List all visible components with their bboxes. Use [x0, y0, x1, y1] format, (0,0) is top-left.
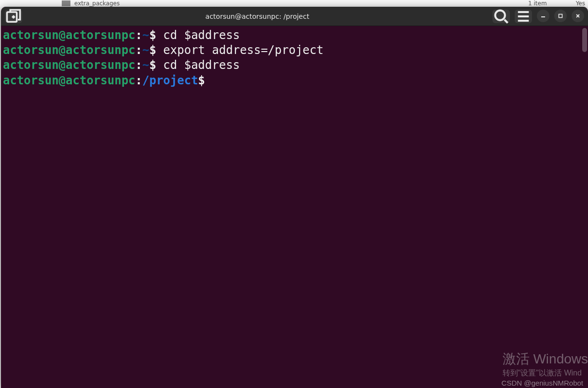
terminal-line: actorsun@actorsunpc:~$ cd $address: [3, 28, 586, 43]
svg-rect-2: [559, 14, 562, 17]
minimize-button[interactable]: [537, 10, 549, 22]
prompt-dollar: $: [149, 28, 163, 42]
background-file-name: extra_packages: [74, 0, 120, 7]
terminal-window: actorsun@actorsunpc: /project: [1, 7, 588, 388]
prompt-dollar: $: [149, 43, 163, 57]
prompt-dollar: $: [149, 58, 163, 72]
prompt-path: ~: [142, 28, 149, 42]
titlebar: actorsun@actorsunpc: /project: [1, 7, 588, 26]
terminal-line: actorsun@actorsunpc:~$ export address=/p…: [3, 43, 586, 58]
menu-button[interactable]: [515, 10, 532, 23]
prompt-path: ~: [142, 43, 149, 57]
background-yes: Yes: [576, 0, 585, 7]
maximize-button[interactable]: [554, 10, 567, 22]
prompt-colon: :: [136, 74, 142, 87]
search-icon: [492, 8, 510, 25]
prompt-user-host: actorsun@actorsunpc: [3, 28, 136, 42]
command-text: cd $address: [163, 28, 240, 42]
close-icon: [575, 13, 581, 19]
new-tab-icon: [5, 8, 22, 25]
prompt-colon: :: [136, 28, 142, 42]
prompt-colon: :: [136, 58, 142, 72]
background-item-count: 1 item: [528, 0, 547, 7]
prompt-dollar: $: [198, 74, 212, 87]
search-button[interactable]: [492, 10, 510, 23]
terminal-body[interactable]: actorsun@actorsunpc:~$ cd $addressactors…: [1, 26, 588, 388]
scrollbar-thumb[interactable]: [582, 28, 587, 52]
prompt-path: ~: [142, 58, 149, 72]
terminal-line: actorsun@actorsunpc:/project$: [3, 73, 586, 88]
command-text: cd $address: [163, 58, 240, 72]
prompt-path: /project: [142, 74, 198, 87]
prompt-user-host: actorsun@actorsunpc: [3, 43, 136, 57]
prompt-colon: :: [136, 43, 142, 57]
background-file-row: extra_packages 1 item Yes: [0, 0, 588, 7]
prompt-user-host: actorsun@actorsunpc: [3, 74, 136, 87]
window-title: actorsun@actorsunpc: /project: [22, 13, 492, 20]
minimize-icon: [540, 13, 546, 19]
close-button[interactable]: [572, 10, 584, 22]
csdn-watermark: CSDN @geniusNMRobot: [502, 379, 583, 387]
hamburger-icon: [515, 8, 532, 25]
command-text: export address=/project: [163, 43, 323, 57]
prompt-user-host: actorsun@actorsunpc: [3, 58, 136, 72]
new-tab-button[interactable]: [5, 10, 22, 23]
svg-point-1: [495, 10, 505, 20]
folder-icon: [62, 0, 70, 6]
maximize-icon: [558, 13, 563, 19]
terminal-line: actorsun@actorsunpc:~$ cd $address: [3, 58, 586, 73]
